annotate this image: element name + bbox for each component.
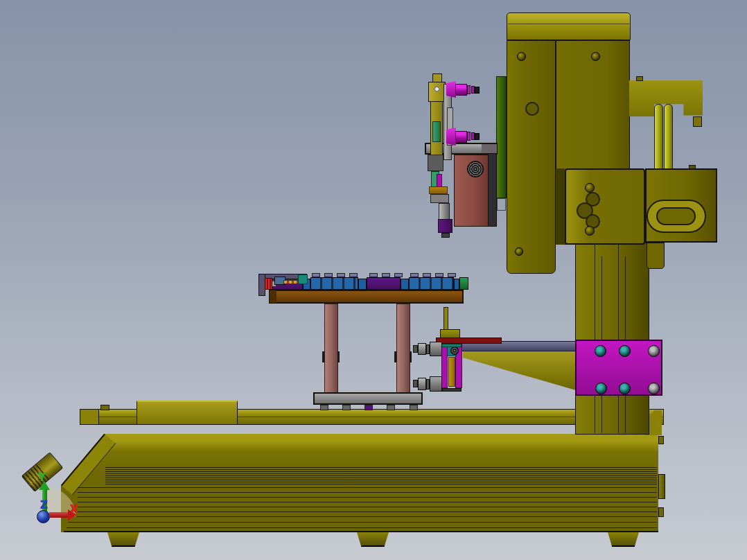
barrel-tip (475, 87, 480, 94)
base-foot-right (608, 532, 639, 547)
nest-bump (324, 273, 333, 277)
fixture-blue-2[interactable] (409, 277, 454, 290)
leg-clip (337, 351, 340, 362)
table-plate[interactable] (269, 290, 464, 304)
plate-screw (595, 345, 606, 357)
foot-pad (342, 405, 351, 410)
column-groove (595, 244, 595, 433)
green-rod-upper (432, 121, 441, 142)
cable-chain-loop-inner (656, 207, 696, 225)
base-line-1 (69, 516, 657, 517)
plate-screw (515, 247, 523, 256)
syringe-barrel[interactable] (448, 357, 455, 387)
sensor-cylinder-bottom[interactable] (430, 376, 442, 392)
green-panel (496, 76, 507, 198)
fixture-blue-1[interactable] (310, 277, 358, 290)
stack-cylinder (439, 203, 450, 220)
nest-bump (423, 273, 431, 277)
nest-bump (382, 273, 390, 277)
plate-screw (595, 383, 607, 394)
nest-bump (312, 273, 320, 277)
sensor-hex (418, 343, 426, 355)
bracket-nub (636, 76, 643, 81)
sensor-hex (418, 378, 426, 390)
sensor-tip (413, 380, 418, 387)
origin-ball[interactable] (37, 510, 50, 523)
fixture-blue-sm (401, 279, 409, 290)
teal-mount-block (441, 344, 462, 347)
x-axis-shaft[interactable] (49, 512, 68, 518)
plate-hole (525, 102, 539, 116)
leg-clip (394, 351, 396, 362)
barrel-tip (475, 133, 480, 140)
nest-bump (435, 273, 443, 277)
head-top-cap (507, 12, 631, 40)
camera-barrel-cone (446, 81, 456, 98)
sensor-tip (413, 345, 418, 353)
sensor-ring (426, 344, 430, 354)
foot-pad (410, 405, 418, 410)
panel-screw (591, 52, 600, 61)
head-cap-line (508, 24, 629, 24)
red-mount-plate (436, 338, 502, 344)
plate-screw (619, 345, 631, 357)
column-side-tab (647, 243, 665, 269)
nest-bump (349, 273, 358, 277)
base-right-tab-3 (658, 507, 664, 517)
nest-bump (394, 273, 403, 277)
nozzle-tip (441, 233, 450, 238)
column-body[interactable] (575, 243, 649, 435)
base-foot-left (107, 532, 139, 547)
barrel-ring (467, 85, 471, 94)
fixture-green-cap (459, 277, 468, 290)
plate-screw (619, 383, 631, 394)
table-plate-edge (270, 290, 276, 303)
camera-barrel[interactable] (455, 84, 467, 96)
slider-block[interactable] (137, 401, 238, 425)
base-line-2 (68, 522, 657, 523)
nest-bump (369, 273, 378, 277)
valve-knurl-knob[interactable] (450, 347, 459, 355)
nozzle[interactable] (438, 219, 452, 233)
nest-bump (337, 273, 345, 277)
knurled-knob[interactable] (467, 161, 484, 177)
stack-block (428, 155, 443, 171)
leg-clip (322, 351, 324, 362)
nest-bump (410, 273, 419, 277)
carrier-nub (689, 165, 696, 169)
block-screw (585, 226, 595, 236)
clamp-teal-block (298, 274, 308, 284)
table-leg-right (396, 304, 410, 394)
plate-screw (648, 383, 660, 394)
mast-rod (443, 307, 448, 331)
bracket-tab (693, 116, 702, 127)
plate-screw (517, 52, 526, 61)
foot-pad (364, 405, 373, 410)
sensor-ring (426, 379, 430, 390)
table-leg-left (324, 304, 338, 394)
rail-nub (100, 405, 109, 410)
sensor-cylinder-top[interactable] (430, 342, 442, 356)
valve-base-cap (442, 388, 462, 392)
green-panel-foot (497, 198, 506, 211)
rail-bracket (80, 409, 99, 425)
base-right-tab-2 (658, 474, 665, 499)
fixture-blue-sm (454, 279, 459, 290)
head-recess (556, 168, 565, 245)
base-bottom-edge (64, 531, 658, 532)
base-foot-center (357, 532, 389, 547)
clamp-knob[interactable] (265, 278, 272, 290)
cad-viewport[interactable]: Y Z X (0, 0, 747, 560)
camera-barrel-cone (446, 128, 456, 146)
nest-bump (448, 273, 456, 277)
tool-plate-shade (482, 144, 497, 153)
z-mounting-plate[interactable] (575, 340, 662, 396)
orange-block (429, 186, 448, 194)
support-arm (463, 351, 576, 390)
foot-pad (320, 405, 328, 410)
motor-block[interactable] (565, 168, 645, 245)
x-axis-label: X (70, 505, 78, 515)
fixture-purple-2[interactable] (367, 277, 401, 290)
camera-barrel[interactable] (455, 131, 467, 143)
block-screw (585, 183, 595, 193)
